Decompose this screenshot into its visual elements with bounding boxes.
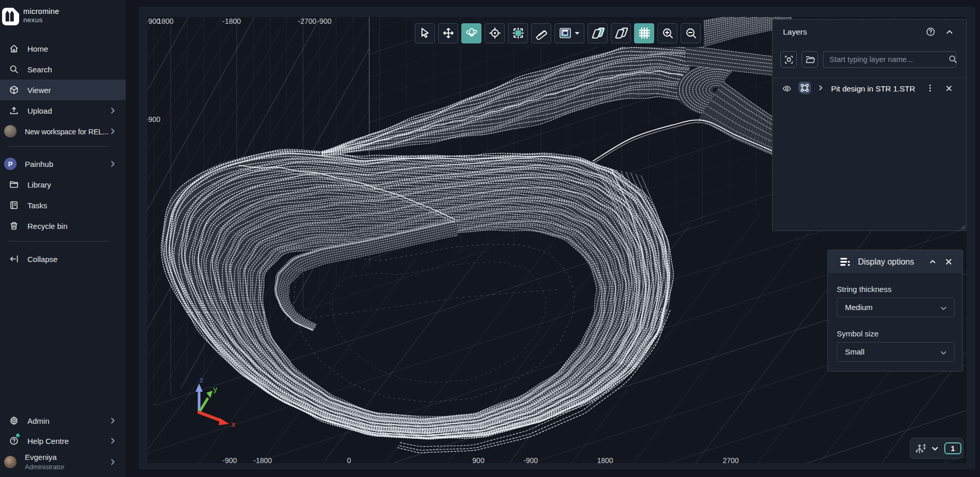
svg-text:1800: 1800 bbox=[157, 17, 173, 25]
svg-text:-900: -900 bbox=[523, 456, 538, 463]
svg-text:900: 900 bbox=[472, 456, 485, 463]
svg-text:-900: -900 bbox=[147, 115, 160, 124]
svg-text:-2700: -2700 bbox=[298, 17, 316, 25]
svg-text:0: 0 bbox=[347, 456, 351, 463]
svg-text:y: y bbox=[213, 384, 218, 393]
svg-text:-900: -900 bbox=[222, 456, 237, 463]
svg-text:-1800: -1800 bbox=[253, 456, 272, 463]
svg-text:x: x bbox=[231, 420, 236, 428]
svg-text:1800: 1800 bbox=[597, 456, 613, 463]
svg-text:-1800: -1800 bbox=[222, 17, 241, 25]
svg-text:2700: 2700 bbox=[722, 456, 738, 463]
svg-text:-900: -900 bbox=[317, 17, 331, 25]
svg-text:z: z bbox=[200, 375, 204, 384]
